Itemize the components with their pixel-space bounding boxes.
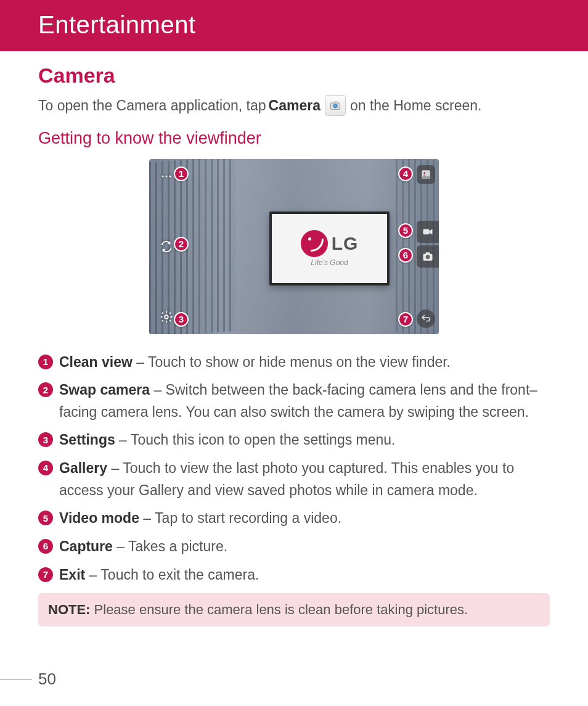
viewfinder-screenshot: LG Life's Good bbox=[149, 159, 439, 334]
settings-gear-icon bbox=[158, 308, 175, 326]
camera-app-icon bbox=[325, 95, 346, 116]
note-label: NOTE: bbox=[48, 602, 90, 617]
intro-paragraph: To open the Camera application, tap Came… bbox=[38, 95, 550, 117]
gallery-thumbnail-icon bbox=[417, 165, 435, 184]
list-number: 2 bbox=[38, 382, 53, 397]
swap-camera-icon bbox=[158, 238, 175, 255]
list-term: Clean view bbox=[59, 354, 133, 370]
note-text: Please ensure the camera lens is clean b… bbox=[90, 602, 468, 617]
footer-rule bbox=[0, 679, 32, 679]
capture-icon bbox=[417, 245, 439, 268]
exit-back-icon bbox=[417, 310, 435, 328]
list-desc: – Touch to exit the camera. bbox=[85, 567, 259, 583]
list-item: 3 Settings – Touch this icon to open the… bbox=[38, 429, 550, 451]
callout-marker-5: 5 bbox=[398, 223, 413, 238]
svg-point-11 bbox=[426, 255, 430, 259]
callout-list: 1 Clean view – Touch to show or hide men… bbox=[38, 351, 550, 586]
list-term: Video mode bbox=[59, 510, 139, 526]
list-desc: – Touch to view the last photo you captu… bbox=[59, 460, 514, 498]
svg-point-5 bbox=[169, 175, 171, 177]
list-term: Capture bbox=[59, 538, 113, 554]
lg-logo-icon bbox=[301, 230, 328, 257]
svg-rect-2 bbox=[333, 102, 338, 104]
intro-pre: To open the Camera application, tap bbox=[38, 95, 266, 117]
lg-tagline: Life's Good bbox=[311, 258, 348, 267]
list-item: 6 Capture – Takes a picture. bbox=[38, 536, 550, 558]
list-item: 5 Video mode – Tap to start recording a … bbox=[38, 507, 550, 530]
list-item: 4 Gallery – Touch to view the last photo… bbox=[38, 458, 550, 501]
callout-marker-2: 2 bbox=[174, 237, 189, 252]
svg-point-1 bbox=[333, 104, 338, 109]
note-box: NOTE: Please ensure the camera lens is c… bbox=[38, 593, 550, 626]
list-desc: – Tap to start recording a video. bbox=[139, 510, 341, 526]
svg-point-8 bbox=[423, 172, 425, 174]
page-content: Camera To open the Camera application, t… bbox=[0, 51, 588, 626]
list-term: Gallery bbox=[59, 460, 107, 476]
svg-rect-12 bbox=[426, 252, 430, 254]
billboard: LG Life's Good bbox=[269, 211, 390, 285]
viewfinder-figure: LG Life's Good bbox=[38, 159, 550, 334]
clean-view-icon bbox=[158, 168, 175, 185]
svg-rect-9 bbox=[423, 229, 430, 234]
callout-marker-7: 7 bbox=[398, 312, 413, 327]
page-number: 50 bbox=[38, 670, 56, 689]
list-term: Swap camera bbox=[59, 382, 150, 398]
list-number: 1 bbox=[38, 355, 53, 369]
subsection-title: Getting to know the viewfinder bbox=[38, 129, 550, 148]
callout-marker-6: 6 bbox=[398, 248, 413, 263]
section-title: Camera bbox=[38, 64, 550, 88]
video-mode-icon bbox=[417, 221, 439, 243]
list-desc: – Takes a picture. bbox=[113, 538, 227, 554]
list-number: 7 bbox=[38, 567, 53, 582]
intro-bold: Camera bbox=[269, 95, 321, 117]
page-footer: 50 bbox=[0, 670, 56, 689]
list-number: 5 bbox=[38, 511, 53, 525]
list-term: Exit bbox=[59, 567, 85, 583]
lg-brand-text: LG bbox=[332, 233, 359, 254]
list-desc: – Touch to show or hide menus on the vie… bbox=[133, 354, 451, 370]
list-number: 4 bbox=[38, 461, 53, 475]
intro-post: on the Home screen. bbox=[350, 95, 482, 117]
list-term: Settings bbox=[59, 432, 115, 448]
svg-point-3 bbox=[162, 175, 164, 177]
list-item: 1 Clean view – Touch to show or hide men… bbox=[38, 351, 550, 374]
list-number: 3 bbox=[38, 432, 53, 447]
list-item: 2 Swap camera – Switch between the back-… bbox=[38, 379, 550, 423]
list-item: 7 Exit – Touch to exit the camera. bbox=[38, 564, 550, 586]
list-desc: – Touch this icon to open the settings m… bbox=[115, 432, 396, 448]
list-number: 6 bbox=[38, 539, 53, 554]
chapter-header: Entertainment bbox=[0, 0, 588, 51]
callout-marker-1: 1 bbox=[174, 166, 189, 181]
callout-marker-4: 4 bbox=[398, 166, 413, 181]
chapter-title: Entertainment bbox=[38, 11, 196, 38]
callout-marker-3: 3 bbox=[174, 312, 189, 327]
svg-point-6 bbox=[165, 315, 168, 319]
svg-point-4 bbox=[166, 175, 168, 177]
